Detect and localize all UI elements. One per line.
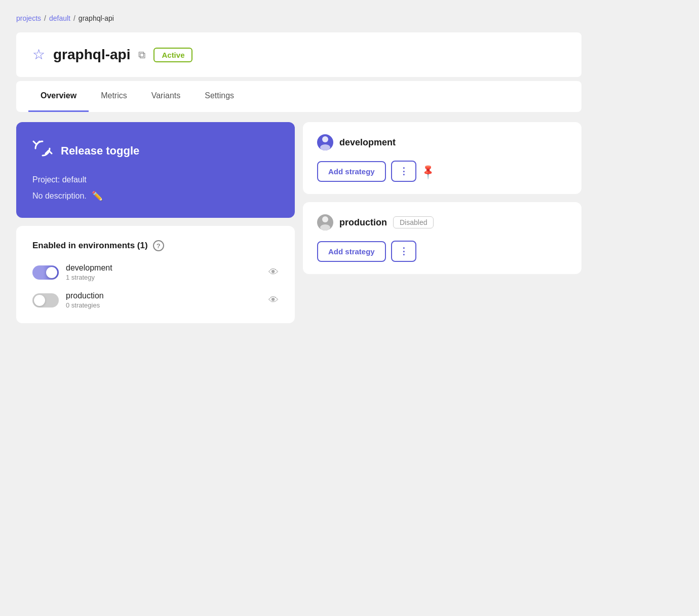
header-card: ☆ graphql-api ⧉ Active — [16, 32, 581, 77]
breadcrumb-current: graphql-api — [79, 14, 114, 22]
env-item-development: development 1 strategy 👁 — [32, 263, 279, 281]
add-strategy-prod-button[interactable]: Add strategy — [317, 241, 386, 262]
release-description: No description. ✏️ — [32, 190, 279, 202]
dev-environment-name: development — [339, 137, 396, 148]
dev-environment-dot — [317, 134, 333, 150]
env-left-production: production 0 strategies — [32, 291, 104, 309]
env-strategy-production: 0 strategies — [66, 301, 104, 309]
env-item-production: production 0 strategies 👁 — [32, 291, 279, 309]
more-options-dev-button[interactable]: ⋮ — [391, 161, 416, 182]
svg-point-1 — [322, 136, 328, 142]
breadcrumb-sep-2: / — [73, 14, 75, 22]
env-name-development: development — [66, 263, 112, 273]
prod-strategy-header: production Disabled — [317, 214, 567, 230]
main-grid: Release toggle Project: default No descr… — [16, 122, 581, 323]
right-column: development Add strategy ⋮ 📌 — [303, 122, 581, 274]
project-title: graphql-api — [53, 47, 130, 63]
env-name-production: production — [66, 291, 104, 300]
prod-environment-name: production — [339, 217, 387, 228]
help-icon[interactable]: ? — [153, 240, 164, 251]
tabs-card: Overview Metrics Variants Settings — [16, 81, 581, 112]
left-column: Release toggle Project: default No descr… — [16, 122, 295, 323]
prod-strategy-card: production Disabled Add strategy ⋮ — [303, 202, 581, 274]
prod-strategy-actions: Add strategy ⋮ — [317, 241, 567, 262]
tab-metrics[interactable]: Metrics — [89, 81, 139, 112]
tab-overview[interactable]: Overview — [28, 81, 89, 112]
release-card-header: Release toggle — [32, 138, 279, 163]
tab-variants[interactable]: Variants — [139, 81, 193, 112]
dev-strategy-header: development — [317, 134, 567, 150]
dev-strategy-card: development Add strategy ⋮ 📌 — [303, 122, 581, 194]
svg-point-5 — [320, 224, 330, 230]
svg-point-2 — [320, 144, 330, 150]
release-toggle-card: Release toggle Project: default No descr… — [16, 122, 295, 218]
env-info-development: development 1 strategy — [66, 263, 112, 281]
pin-icon-dev[interactable]: 📌 — [419, 163, 437, 180]
environments-header: Enabled in environments (1) ? — [32, 240, 279, 251]
env-left-development: development 1 strategy — [32, 263, 112, 281]
environments-title: Enabled in environments (1) — [32, 241, 148, 251]
release-toggle-title: Release toggle — [61, 144, 139, 158]
toggle-production[interactable] — [32, 293, 59, 307]
breadcrumb: projects / default / graphql-api — [16, 14, 581, 22]
release-project: Project: default — [32, 175, 279, 184]
dev-strategy-actions: Add strategy ⋮ 📌 — [317, 161, 567, 182]
add-strategy-dev-button[interactable]: Add strategy — [317, 161, 386, 182]
visibility-icon-production[interactable]: 👁 — [268, 294, 279, 306]
breadcrumb-sep-1: / — [44, 14, 46, 22]
edit-description-icon[interactable]: ✏️ — [92, 190, 103, 202]
env-info-production: production 0 strategies — [66, 291, 104, 309]
svg-point-4 — [322, 216, 328, 222]
copy-icon[interactable]: ⧉ — [138, 49, 145, 61]
release-toggle-icon — [32, 138, 53, 163]
env-strategy-development: 1 strategy — [66, 274, 112, 281]
environments-card: Enabled in environments (1) ? developmen… — [16, 226, 295, 323]
toggle-development[interactable] — [32, 265, 59, 280]
more-options-prod-button[interactable]: ⋮ — [391, 241, 416, 262]
visibility-icon-development[interactable]: 👁 — [268, 266, 279, 278]
tabs-nav: Overview Metrics Variants Settings — [16, 81, 581, 112]
star-icon[interactable]: ☆ — [32, 48, 45, 62]
breadcrumb-projects[interactable]: projects — [16, 14, 41, 22]
status-badge: Active — [153, 48, 192, 62]
breadcrumb-default[interactable]: default — [49, 14, 70, 22]
prod-environment-dot — [317, 214, 333, 230]
tab-settings[interactable]: Settings — [192, 81, 246, 112]
disabled-badge: Disabled — [393, 216, 434, 228]
